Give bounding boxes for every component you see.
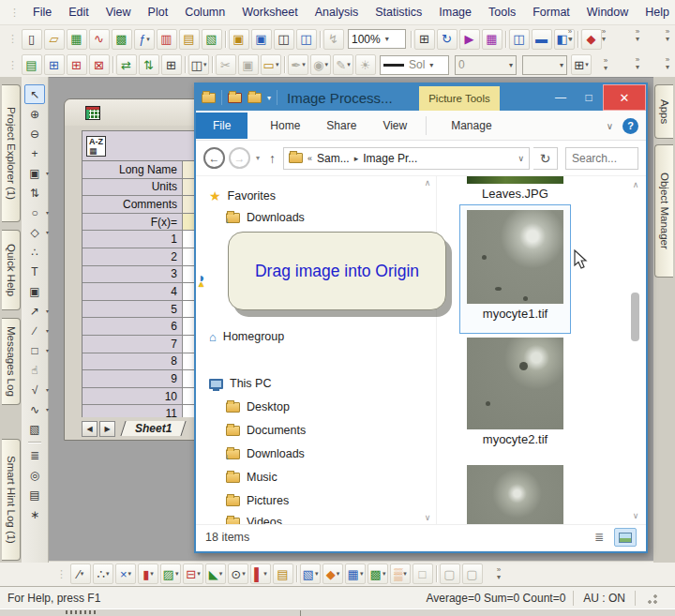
open-template-icon[interactable]: ▣ [251, 29, 272, 50]
row-header[interactable]: F(x)= [82, 214, 183, 231]
tab-project-explorer[interactable]: Project Explorer (1) [2, 84, 21, 222]
row-header[interactable]: 4 [82, 283, 183, 300]
nav-item-videos[interactable]: Videos [226, 512, 282, 524]
toolbar-separator[interactable] [410, 29, 412, 50]
resize-grip[interactable] [635, 591, 668, 606]
file-name[interactable]: myocyte1.tif [467, 307, 563, 321]
file-leaves[interactable]: Leaves.JPG [467, 176, 563, 201]
toolbar-separator[interactable] [184, 54, 187, 75]
add-column-icon[interactable]: ⊞ [161, 54, 182, 75]
toolbar-grip[interactable]: ⋮ [8, 59, 17, 71]
thumbnail-view-button[interactable] [614, 528, 637, 547]
nav-item-music[interactable]: Music [226, 467, 278, 488]
bar-3d-plot-icon[interactable]: ▧▾ [300, 563, 321, 584]
chevron-down-icon[interactable]: ▾ [429, 61, 433, 69]
toolbar-separator[interactable] [319, 29, 322, 50]
toolbar-overflow[interactable]: »▾ [562, 28, 578, 43]
color-combo[interactable]: ▾ [522, 55, 567, 75]
nav-item-downloads-pc[interactable]: Downloads [226, 443, 305, 464]
row-header[interactable]: Units [82, 179, 183, 196]
toolbar-separator[interactable] [283, 54, 286, 75]
panel-icon[interactable]: ▬ [532, 29, 552, 50]
address-dropdown-icon[interactable]: ∨ [518, 154, 524, 163]
back-button[interactable]: ← [203, 147, 225, 169]
pan-panel-icon[interactable]: ▢ [462, 563, 483, 584]
scroll-up-icon[interactable]: ∧ [630, 180, 641, 189]
worksheet-row[interactable]: 1 [82, 231, 203, 248]
lines-tool-icon[interactable]: ≣ [24, 445, 45, 465]
worksheet-row[interactable]: Units [82, 179, 203, 197]
new-matrix-icon[interactable]: ▩ [112, 29, 132, 50]
nav-item-documents[interactable]: Documents [226, 420, 306, 441]
tool-separator[interactable] [24, 439, 45, 445]
search-input[interactable] [566, 148, 638, 169]
mask-polygon-tool-icon[interactable]: ◇▾ [24, 222, 45, 242]
file-pane-scrollbar[interactable]: ∧ ∨ [629, 178, 641, 522]
help-icon[interactable]: ? [622, 118, 638, 134]
file-myocyte1[interactable]: myocyte1.tif [467, 210, 563, 321]
clear-worksheet-icon[interactable]: ⊠ [89, 54, 110, 75]
tab-share[interactable]: Share [313, 113, 369, 138]
worksheet-row[interactable]: 9 [82, 370, 203, 388]
sort-icon[interactable]: ⇅ [139, 54, 159, 75]
toolbar-separator[interactable] [295, 563, 298, 584]
row-header[interactable]: 1 [82, 231, 183, 248]
toolbar-overflow[interactable]: »▾ [630, 56, 645, 71]
cluster-tool-icon[interactable]: ∴ [24, 242, 45, 262]
target-tool-icon[interactable]: ◎ [24, 465, 45, 485]
image-plot-icon[interactable]: □ [412, 563, 433, 584]
file-myocyte2[interactable]: myocyte2.tif [467, 338, 563, 446]
zoom-out-tool-icon[interactable]: ⊖ [24, 124, 45, 143]
import-wizard-icon[interactable]: ↯ [323, 29, 344, 50]
move-column-icon[interactable]: ⇄ [116, 54, 137, 75]
nav-item-this-pc[interactable]: This PC [209, 373, 271, 394]
rescale-tool-icon[interactable]: ▣▾ [24, 163, 45, 183]
explorer-title-bar[interactable]: ▾ Image Process... Picture Tools — □ ✕ [196, 84, 646, 111]
toolbar-separator[interactable] [112, 54, 114, 75]
line-symbol-plot-icon[interactable]: ×▾ [115, 563, 136, 584]
breadcrumb-current[interactable]: Image Pr... [363, 152, 417, 165]
worksheet-row[interactable]: 8 [82, 353, 203, 371]
line-tool-icon[interactable]: ∕▾ [24, 321, 45, 340]
worksheet-row[interactable]: F(x)= [82, 214, 203, 232]
new-project-icon[interactable]: ▯ [22, 29, 42, 50]
column-stats-icon[interactable]: ⊞ [44, 54, 65, 75]
zoom-in-tool-icon[interactable]: ⊕ [24, 104, 45, 124]
tab-object-manager[interactable]: Object Manager [654, 144, 673, 278]
palette-icon[interactable]: ◉▾ [310, 54, 331, 75]
worksheet-row[interactable]: 3 [82, 266, 203, 284]
template-library-icon[interactable]: ▤ [273, 563, 293, 584]
menu-item[interactable]: Help [637, 2, 675, 23]
tab-home[interactable]: Home [257, 113, 313, 138]
chevron-down-icon[interactable]: ▾ [385, 35, 389, 43]
zoom-panel-icon[interactable]: ▢ [440, 563, 460, 584]
breadcrumb-parent[interactable]: Sam... [317, 152, 350, 165]
file-name[interactable]: myocyte2.tif [467, 432, 563, 446]
worksheet-row[interactable]: Comments [82, 196, 203, 214]
maximize-button[interactable]: □ [575, 84, 603, 111]
worksheet-row[interactable]: 5 [82, 301, 203, 319]
row-header[interactable]: 2 [82, 248, 183, 265]
tab-apps[interactable]: Apps [654, 84, 673, 139]
ribbon-collapse-icon[interactable]: ∨ [607, 121, 613, 131]
sheet-prev-button[interactable]: ◀ [82, 421, 98, 437]
polar-plot-icon[interactable]: ⊙▾ [228, 563, 248, 584]
menu-item[interactable]: Window [578, 2, 637, 23]
box-plot-icon[interactable]: ⊟▾ [183, 563, 203, 584]
brightness-icon[interactable]: ☀ [355, 54, 376, 75]
details-view-button[interactable]: ≣ [588, 528, 610, 547]
multi-panel-plot-icon[interactable]: ▨▾ [160, 563, 181, 584]
file-thumbnail[interactable] [467, 176, 563, 184]
equation-tool-icon[interactable]: ▤ [24, 485, 45, 504]
fill-color-icon[interactable]: ✒▾ [288, 54, 308, 75]
tab-quick-help[interactable]: Quick Help [2, 230, 21, 310]
new-layout-icon[interactable]: ▥ [157, 29, 177, 50]
nav-item-favorites[interactable]: ★Favorites [209, 186, 276, 206]
row-header[interactable]: Long Name [82, 161, 183, 178]
new-function-plot-icon[interactable]: ƒ▾ [134, 29, 155, 50]
chevron-down-icon[interactable]: ▾ [560, 61, 563, 69]
copy-icon[interactable]: ▣ [238, 54, 259, 75]
chevron-down-icon[interactable]: ▾ [509, 61, 513, 69]
new-folder-icon[interactable]: ▱ [44, 29, 65, 50]
scroll-up-icon[interactable]: ∧ [422, 178, 433, 188]
